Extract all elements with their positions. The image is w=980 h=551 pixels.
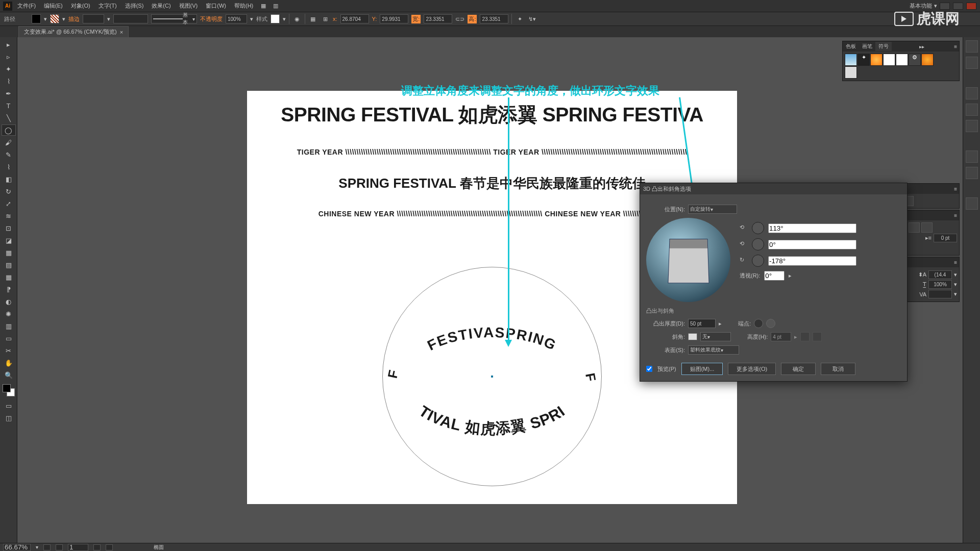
workspace-label[interactable]: 基本功能 [910,2,932,10]
menu-edit[interactable]: 编辑(E) [41,1,66,11]
surface-dropdown[interactable]: 塑料效果底纹 ▾ [688,345,739,355]
edit-icon[interactable]: ↯▾ [527,14,536,23]
symbol-sprayer-tool[interactable]: ✺ [2,308,16,319]
eyedropper-tool[interactable]: ⁋ [2,284,16,295]
dock-layers-icon[interactable] [966,197,978,210]
fill-color-icon[interactable] [3,384,11,392]
rotate-x-dial[interactable] [752,222,764,234]
opacity-dropdown-icon[interactable]: ▾ [250,16,253,22]
fill-swatch[interactable] [32,14,41,23]
symbol-swatch[interactable] [883,54,895,66]
cancel-button[interactable]: 取消 [821,363,855,375]
stepper-icon[interactable]: ▾ [954,291,957,297]
eraser-tool[interactable]: ◧ [2,173,16,185]
opacity-input[interactable] [226,14,247,23]
transform-icon[interactable]: ⊞ [321,14,330,23]
preview-checkbox[interactable] [646,366,652,372]
cap-off-icon[interactable] [766,319,775,328]
y-input[interactable] [380,14,408,23]
stroke-label[interactable]: 描边 [68,15,80,23]
position-dropdown[interactable]: 自定旋转 ▾ [688,205,737,214]
symbol-swatch[interactable]: ✦ [857,54,870,66]
more-options-button[interactable]: 更多选项(O) [728,363,776,375]
maximize-button[interactable] [953,3,963,10]
h-input[interactable] [480,14,508,23]
slice-tool[interactable]: ✂ [2,345,16,356]
menu-view[interactable]: 视图(V) [176,1,201,11]
leading-input[interactable] [928,270,952,279]
type-tool[interactable]: T [2,100,16,111]
rotate-y-dial[interactable] [752,238,764,251]
width-tool[interactable]: ≋ [2,210,16,221]
symbols-tab[interactable]: 符号 [875,42,892,51]
paintbrush-tool[interactable]: 🖌 [2,137,16,148]
dialog-title[interactable]: 3D 凸出和斜角选项 [640,183,907,194]
rotate-tool[interactable]: ↻ [2,186,16,197]
line-tool[interactable]: ╲ [2,112,16,123]
layout-icon[interactable]: ▦ [258,1,268,11]
symbol-swatch[interactable] [896,54,908,66]
menu-object[interactable]: 对象(O) [68,1,93,11]
extrude-slider-icon[interactable]: ▸ [719,320,722,327]
rotate-y-input[interactable] [768,240,856,249]
brush-dropdown[interactable] [113,14,148,23]
para-justify-all-icon[interactable] [921,222,933,233]
perspective-tool[interactable]: ▦ [2,247,16,258]
style-swatch[interactable] [271,14,280,23]
dock-graphic-styles-icon[interactable] [966,167,978,179]
align-icon[interactable]: ▦ [308,14,317,23]
search-icon[interactable]: ▾ [934,3,937,9]
fill-stroke-swatches[interactable] [3,384,15,396]
dock-appearance-icon[interactable] [966,151,978,163]
brushes-tab[interactable]: 画笔 [859,42,875,51]
zoom-dropdown-icon[interactable]: ▾ [36,544,38,550]
dock-color-guide-icon[interactable] [966,57,978,69]
symbol-swatch[interactable]: ⚙ [909,54,921,66]
stepper-icon[interactable]: ▾ [954,281,957,288]
artboard-tool[interactable]: ▭ [2,333,16,344]
rotate-x-input[interactable] [768,223,856,233]
dock-stroke-icon[interactable] [966,87,978,99]
menu-help[interactable]: 帮助(H) [231,1,256,11]
stroke-stepper-icon[interactable]: ▾ [107,16,110,22]
stroke-dropdown-icon[interactable]: ▾ [62,16,65,22]
scale-tool[interactable]: ⤢ [2,198,16,209]
symbol-swatch[interactable] [845,54,857,66]
indent-right-input[interactable] [934,234,957,242]
close-tab-icon[interactable]: × [120,29,123,35]
shape-builder-tool[interactable]: ◪ [2,235,16,246]
dock-color-icon[interactable] [966,40,978,53]
opacity-label[interactable]: 不透明度 [200,15,223,23]
blob-brush-tool[interactable]: ⌇ [2,161,16,172]
symbol-swatch[interactable] [921,54,934,66]
selected-ellipse[interactable]: FESTIVASPRING TIVAL 如虎添翼 SPRI F F [382,267,602,486]
free-transform-tool[interactable]: ⊡ [2,222,16,234]
zoom-tool[interactable]: 🔍 [2,369,16,381]
extrude-depth-input[interactable] [688,319,716,328]
symbol-swatch[interactable] [870,54,883,66]
gradient-tool[interactable]: ▦ [2,271,16,283]
link-wh-icon[interactable]: ⊂⊃ [455,14,464,23]
stroke-weight-input[interactable] [83,14,104,23]
menu-file[interactable]: 文件(F) [14,1,39,11]
panel-menu-icon[interactable]: ≡ [952,44,959,49]
close-button[interactable] [966,3,976,10]
menu-select[interactable]: 选择(S) [122,1,147,11]
isolate-icon[interactable]: ✦ [515,14,524,23]
profile-dropdown[interactable]: 基本 ▾ [151,14,197,23]
cap-on-icon[interactable] [754,319,763,328]
artboard-number-input[interactable] [68,544,88,551]
prev-artboard-button[interactable] [56,544,63,550]
panel-menu-icon[interactable]: ≡ [952,260,959,265]
document-tab[interactable]: 文变效果.ai* @ 66.67% (CMYK/预览) × [18,26,129,37]
rotate-z-dial[interactable] [752,255,764,267]
dock-gradient-icon[interactable] [966,104,978,116]
stroke-swatch[interactable] [50,14,59,23]
stepper-icon[interactable]: ▾ [954,271,957,278]
symbol-swatch[interactable] [845,66,857,79]
last-artboard-button[interactable] [106,544,113,550]
para-justify-right-icon[interactable] [909,222,920,233]
next-artboard-button[interactable] [93,544,101,550]
column-graph-tool[interactable]: ▥ [2,320,16,332]
draw-mode-tool[interactable]: ◫ [2,412,16,423]
